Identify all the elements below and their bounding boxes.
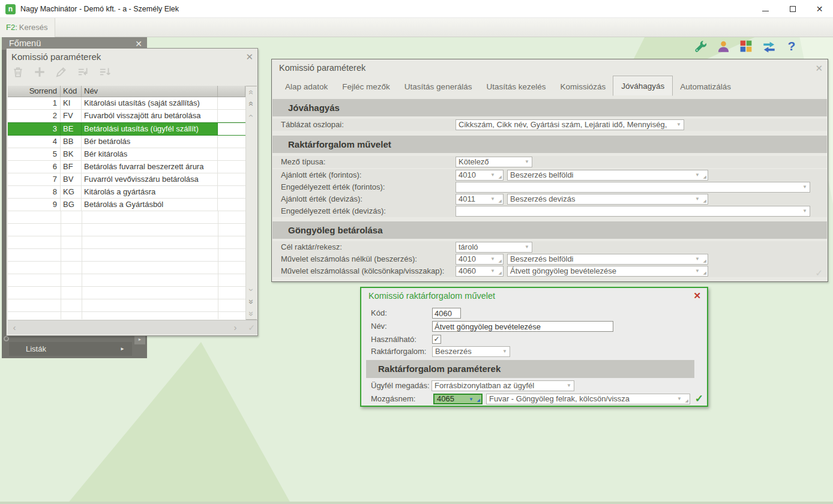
- table-row[interactable]: 6BFBetárolás fuvarral beszerzett árura: [8, 161, 245, 173]
- section-title: Raktárforgalom paraméterek: [378, 364, 501, 374]
- mozgasnem-name-combo[interactable]: Fuvar - Göngyöleg felrak, kölcsön/vissza…: [486, 394, 690, 404]
- lookup-corner-icon: ◢: [703, 174, 706, 180]
- submenu-arrow-icon: ►: [138, 337, 142, 341]
- cell-sorrend: 5: [8, 148, 61, 160]
- export-order-button[interactable]: [98, 65, 113, 80]
- cel-raktar-select[interactable]: tároló ▼: [456, 242, 532, 253]
- horizontal-scrollbar[interactable]: ‹ › ✓: [8, 320, 257, 334]
- mezo-tipusa-select[interactable]: Kötelező ▼: [456, 157, 532, 167]
- table-row[interactable]: 8KGKitárolás a gyártásra: [8, 186, 245, 199]
- gear-icon: [4, 336, 9, 341]
- user-button[interactable]: [714, 38, 732, 54]
- ajanlott-devizas-name-combo[interactable]: Beszerzés devizás ▼ ◢: [507, 194, 708, 205]
- tab-fejlec-mezok[interactable]: Fejléc mezők: [335, 78, 397, 96]
- combo-value: 4010: [459, 254, 476, 263]
- scroll-right-icon[interactable]: ›: [229, 322, 242, 332]
- hasznalhato-checkbox[interactable]: ✓: [432, 335, 441, 344]
- edit-button[interactable]: [55, 65, 70, 80]
- ugyfel-megadas-select[interactable]: Forrásbizonylatban az ügyfél ▼: [432, 380, 574, 391]
- muvelet-elszamolassal-code-combo[interactable]: 4060 ▼ ◢: [456, 266, 504, 277]
- tab-bar: Alap adatok Fejléc mezők Utasítás generá…: [278, 76, 738, 96]
- scroll-down-icon[interactable]: ›: [246, 284, 257, 296]
- dialog-row-ugyfel: Ügyfél megadás: Forrásbizonylatban az üg…: [361, 380, 707, 392]
- column-header-sorrend[interactable]: ▲Sorrend: [8, 86, 61, 97]
- field-label: Kód:: [371, 307, 387, 319]
- tab-jovahagyas[interactable]: Jóváhagyás: [613, 76, 673, 96]
- menu-item-listak[interactable]: Listák ►: [9, 342, 132, 356]
- table-row[interactable]: 7BVFuvarról vevővisszáru betárolása: [8, 173, 245, 186]
- field-row-ajanlott-devizas: Ajánlott érték (devizás): 4011 ▼ ◢ Besze…: [272, 193, 827, 205]
- column-header-nev[interactable]: Név: [82, 86, 218, 97]
- delete-button[interactable]: [11, 65, 27, 80]
- chevron-down-icon: ▼: [567, 381, 571, 391]
- column-header-kod[interactable]: Kód: [61, 86, 82, 97]
- scroll-up-icon[interactable]: ‹: [246, 110, 257, 122]
- detail-panel-close-icon[interactable]: ✕: [815, 63, 823, 74]
- ajanlott-forintos-name-combo[interactable]: Beszerzés belföldi ▼ ◢: [507, 170, 708, 181]
- lookup-corner-icon: ◢: [703, 270, 706, 276]
- table-row[interactable]: 9BGBetárolás a Gyártásból: [8, 199, 245, 211]
- detail-panel-title: Komissió paraméterek: [279, 63, 365, 73]
- nev-input[interactable]: [432, 321, 613, 332]
- table-row-selected[interactable]: 3BEBetárolási utasítás (ügyfél szállít): [8, 122, 245, 136]
- select-value: tároló: [459, 242, 478, 251]
- cell-kod: KG: [61, 186, 82, 198]
- modules-button[interactable]: [737, 38, 755, 54]
- scroll-to-top-icon[interactable]: «: [246, 86, 257, 98]
- vertical-scrollbar[interactable]: « « ‹ › » »: [245, 86, 256, 320]
- cell-extra: [218, 148, 245, 160]
- dialog-section-header: Raktárforgalom paraméterek: [366, 360, 694, 378]
- muvelet-nelkul-name-combo[interactable]: Beszerzés belföldi ▼ ◢: [507, 254, 708, 265]
- lookup-corner-icon: ◢: [499, 198, 502, 204]
- settings-wrench-button[interactable]: [691, 38, 709, 54]
- table-row[interactable]: 5BKBér kitárolás: [8, 148, 245, 161]
- field-label: Raktárforgalom:: [371, 346, 426, 358]
- tab-automatizalas[interactable]: Automatizálás: [673, 78, 738, 96]
- minimize-button[interactable]: [752, 0, 779, 18]
- chevron-down-icon: ▼: [525, 242, 529, 252]
- search-tab[interactable]: F2:Keresés: [0, 18, 55, 37]
- muvelet-elszamolassal-name-combo[interactable]: Átvett göngyöleg bevételezése ▼ ◢: [507, 266, 708, 277]
- field-label: Művelet elszámolás nélkül (beszerzés):: [281, 253, 417, 265]
- cell-extra: [218, 136, 245, 148]
- cell-kod: BB: [61, 136, 82, 148]
- scroll-left-icon[interactable]: ‹: [8, 322, 21, 332]
- ajanlott-devizas-code-combo[interactable]: 4011 ▼ ◢: [456, 194, 504, 205]
- kod-input[interactable]: [432, 308, 461, 319]
- table-row[interactable]: 4BBBér betárolás: [8, 136, 245, 148]
- tab-utasitas-kezeles[interactable]: Utasítás kezelés: [479, 78, 553, 96]
- transfer-button[interactable]: [760, 38, 778, 54]
- window-titlebar: n Nagy Machinátor - Demó kft. - a - Szem…: [0, 0, 833, 18]
- close-button[interactable]: ✕: [806, 0, 833, 18]
- field-label: Engedélyezett érték (devizás):: [281, 205, 386, 217]
- scroll-page-up-icon[interactable]: «: [246, 98, 257, 110]
- ajanlott-forintos-code-combo[interactable]: 4010 ▼ ◢: [456, 170, 504, 181]
- panel-confirm-check-icon: ✓: [815, 268, 823, 278]
- field-label: Ügyfél megadás:: [371, 380, 430, 392]
- import-order-button[interactable]: [76, 65, 92, 80]
- dialog-close-icon[interactable]: ✕: [693, 290, 701, 301]
- select-value: Forrásbizonylatban az ügyfél: [435, 381, 534, 390]
- engedelyezett-devizas-select[interactable]: ▼: [456, 206, 810, 217]
- chevron-down-icon: ▼: [695, 266, 700, 276]
- tab-komissiozas[interactable]: Komissiózás: [553, 78, 613, 96]
- engedelyezett-forintos-select[interactable]: ▼: [456, 182, 810, 193]
- table-row[interactable]: 2FVFuvarból visszajött áru betárolása: [8, 110, 245, 122]
- scroll-to-bottom-icon[interactable]: »: [246, 308, 257, 320]
- tablazat-oszlopai-select[interactable]: Cikkszám, Cikk név, Gyártási szám, Lejár…: [456, 119, 684, 130]
- scroll-page-down-icon[interactable]: »: [246, 296, 257, 308]
- list-window-close-icon[interactable]: ✕: [245, 52, 253, 62]
- add-button[interactable]: [33, 65, 49, 80]
- tab-utasitas-generalas[interactable]: Utasítás generálás: [397, 78, 480, 96]
- raktarforgalom-select[interactable]: Beszerzés ▼: [432, 346, 510, 357]
- select-value: Beszerzés: [435, 347, 472, 356]
- maximize-button[interactable]: [779, 0, 806, 18]
- table-row[interactable]: 1KIKitárolási utasítás (saját szállítás): [8, 97, 245, 110]
- muvelet-nelkul-code-combo[interactable]: 4010 ▼ ◢: [456, 254, 504, 265]
- dialog-accept-check-icon[interactable]: ✓: [695, 392, 703, 405]
- cell-nev: Bér kitárolás: [82, 148, 218, 160]
- mozgasnem-code-combo-focused[interactable]: 4065 ▼ ◢: [433, 394, 483, 404]
- cell-nev: Kitárolás a gyártásra: [82, 186, 218, 198]
- help-button[interactable]: ?: [783, 38, 801, 54]
- tab-alap-adatok[interactable]: Alap adatok: [278, 78, 335, 96]
